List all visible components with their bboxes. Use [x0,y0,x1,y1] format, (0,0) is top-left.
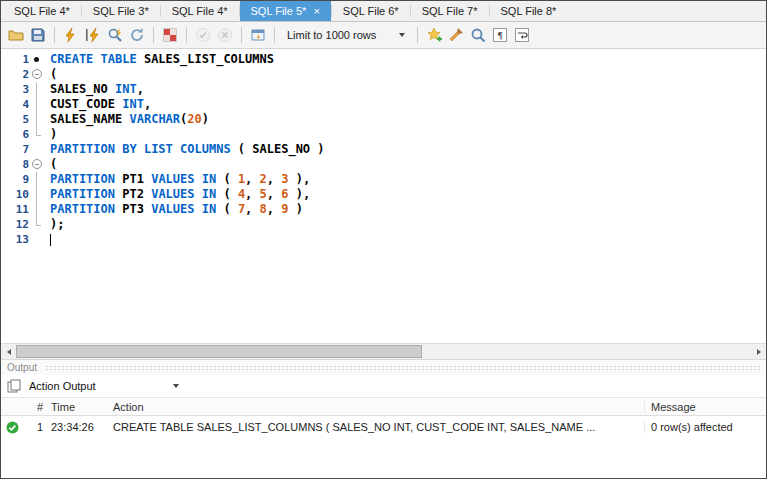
scrollbar-thumb[interactable] [16,345,422,358]
row-action: CREATE TABLE SALES_LIST_COLUMNS ( SALES_… [109,421,644,433]
output-grid-header: #TimeActionMessage [1,397,766,416]
code-line-10[interactable]: 10PARTITION PT2 VALUES IN ( 4, 5, 6 ), [1,187,766,202]
tab-label: SQL File 8* [501,5,557,17]
gutter-marker [29,172,45,187]
header-action: Action [109,401,644,413]
output-selector-value: Action Output [29,380,96,392]
scroll-right-button[interactable] [751,344,766,359]
tab-sql-file-8-6[interactable]: SQL File 8* [490,1,568,21]
commit-icon [193,25,213,45]
open-script-icon[interactable] [6,25,26,45]
output-title: Output [7,362,37,373]
horizontal-scrollbar[interactable] [1,343,766,359]
code-line-6[interactable]: 6) [1,127,766,142]
wrap-text-icon[interactable] [512,25,532,45]
reconnect-icon[interactable] [127,25,147,45]
header-message: Message [644,401,766,413]
bottom-spacer [1,438,766,478]
toolbar-separator [274,27,275,43]
code-text: ) [45,127,57,142]
tab-bar: SQL File 4*SQL File 3*SQL File 4*SQL Fil… [1,1,766,22]
output-grid: #TimeActionMessage 123:34:26CREATE TABLE… [1,397,766,438]
execute-icon[interactable] [61,25,81,45]
output-row[interactable]: 123:34:26CREATE TABLE SALES_LIST_COLUMNS… [1,416,766,438]
tab-sql-file-4-2[interactable]: SQL File 4* [161,1,239,21]
explain-icon[interactable] [105,25,125,45]
chevron-down-icon [173,384,179,388]
toolbar-separator [241,27,242,43]
tab-sql-file-3-1[interactable]: SQL File 3* [82,1,160,21]
sql-editor[interactable]: 1CREATE TABLE SALES_LIST_COLUMNS2(3SALES… [1,49,766,343]
output-type-selector[interactable]: Action Output [29,380,179,392]
gutter-marker [29,127,45,142]
tab-sql-file-5-3[interactable]: SQL File 5*× [240,1,331,21]
code-text: PARTITION BY LIST COLUMNS ( SALES_NO ) [45,142,325,157]
scrollbar-track[interactable] [16,344,751,359]
find-icon[interactable] [468,25,488,45]
line-number: 7 [1,142,29,157]
line-number: 9 [1,172,29,187]
statement-marker-icon [29,52,45,67]
autocommit-icon[interactable] [248,25,268,45]
line-number: 3 [1,82,29,97]
line-number: 2 [1,67,29,82]
save-snippet-icon[interactable] [424,25,444,45]
success-icon [1,421,23,434]
code-line-7[interactable]: 7PARTITION BY LIST COLUMNS ( SALES_NO ) [1,142,766,157]
tab-sql-file-6-4[interactable]: SQL File 6* [332,1,410,21]
code-text [45,232,51,247]
tab-sql-file-4-0[interactable]: SQL File 4* [3,1,81,21]
line-number: 12 [1,217,29,232]
fold-collapse-icon[interactable] [29,67,45,82]
line-number: 1 [1,52,29,67]
code-line-2[interactable]: 2( [1,67,766,82]
code-text: PARTITION PT3 VALUES IN ( 7, 8, 9 ) [45,202,303,217]
code-text: ); [45,217,64,232]
code-line-9[interactable]: 9PARTITION PT1 VALUES IN ( 1, 2, 3 ), [1,172,766,187]
line-number: 6 [1,127,29,142]
row-time: 23:34:26 [47,421,109,433]
toolbar-separator [153,27,154,43]
stop-on-error-icon[interactable] [160,25,180,45]
code-text: SALES_NAME VARCHAR(20) [45,112,209,127]
output-panel-header: Output [1,359,766,375]
line-number: 8 [1,157,29,172]
tab-label: SQL File 4* [172,5,228,17]
code-line-11[interactable]: 11PARTITION PT3 VALUES IN ( 7, 8, 9 ) [1,202,766,217]
code-area[interactable]: 1CREATE TABLE SALES_LIST_COLUMNS2(3SALES… [1,52,766,247]
tab-close-icon[interactable]: × [313,6,319,17]
limit-rows-dropdown[interactable]: Limit to 1000 rows [281,28,411,42]
output-header-texture [45,365,760,371]
output-toolbar: Action Output [1,375,766,397]
line-number: 4 [1,97,29,112]
code-text: ( [45,67,57,82]
code-line-3[interactable]: 3SALES_NO INT, [1,82,766,97]
tab-sql-file-7-5[interactable]: SQL File 7* [411,1,489,21]
code-text: CREATE TABLE SALES_LIST_COLUMNS [45,52,274,67]
code-line-1[interactable]: 1CREATE TABLE SALES_LIST_COLUMNS [1,52,766,67]
gutter-marker [29,202,45,217]
beautify-icon[interactable] [446,25,466,45]
svg-text:¶: ¶ [497,31,503,41]
code-line-13[interactable]: 13 [1,232,766,247]
save-script-icon[interactable] [28,25,48,45]
gutter-marker [29,217,45,232]
gutter-marker [29,142,45,157]
invisible-characters-icon[interactable]: ¶ [490,25,510,45]
code-text: SALES_NO INT, [45,82,144,97]
fold-collapse-icon[interactable] [29,157,45,172]
code-text: PARTITION PT2 VALUES IN ( 4, 5, 6 ), [45,187,310,202]
execute-current-icon[interactable] [83,25,103,45]
scroll-left-button[interactable] [1,344,16,359]
code-line-5[interactable]: 5SALES_NAME VARCHAR(20) [1,112,766,127]
mysql-workbench-window: SQL File 4*SQL File 3*SQL File 4*SQL Fil… [0,0,767,479]
left-arrow-icon [7,349,11,355]
line-number: 10 [1,187,29,202]
code-line-4[interactable]: 4CUST_CODE INT, [1,97,766,112]
code-line-12[interactable]: 12); [1,217,766,232]
code-text: ( [45,157,57,172]
code-line-8[interactable]: 8( [1,157,766,172]
tab-label: SQL File 7* [422,5,478,17]
toolbar-separator [186,27,187,43]
code-text: PARTITION PT1 VALUES IN ( 1, 2, 3 ), [45,172,310,187]
